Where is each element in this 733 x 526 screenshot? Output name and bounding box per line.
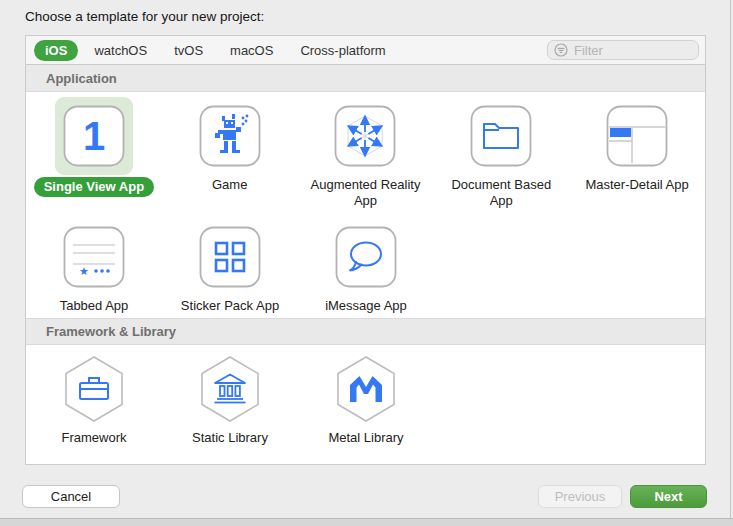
section-header-application: Application	[26, 65, 705, 92]
next-button[interactable]: Next	[630, 485, 707, 508]
filter-field[interactable]	[547, 40, 699, 60]
template-chooser: Application 1 Single View App	[25, 64, 706, 465]
template-game[interactable]: Game	[162, 97, 298, 213]
section-header-framework-library: Framework & Library	[26, 318, 705, 345]
template-single-view-app[interactable]: 1 Single View App	[26, 97, 162, 213]
sticker-pack-icon	[191, 218, 269, 296]
cancel-button[interactable]: Cancel	[22, 485, 120, 508]
tabbed-app-icon: ★	[55, 218, 133, 296]
template-label: Master-Detail App	[585, 177, 688, 193]
template-master-detail-app[interactable]: Master-Detail App	[569, 97, 705, 213]
template-sticker-pack-app[interactable]: Sticker Pack App	[162, 218, 298, 318]
template-label: Game	[212, 177, 247, 193]
template-label: Sticker Pack App	[181, 298, 279, 314]
template-label: Static Library	[192, 430, 268, 446]
platform-tabbar: iOS watchOS tvOS macOS Cross-platform	[25, 35, 706, 65]
template-framework[interactable]: Framework	[26, 350, 162, 446]
page-title: Choose a template for your new project:	[25, 9, 264, 24]
framework-library-row: Framework Static Library	[26, 345, 705, 446]
window-edge-right	[730, 0, 731, 519]
tab-ios[interactable]: iOS	[34, 40, 78, 61]
template-augmented-reality-app[interactable]: Augmented Reality App	[298, 97, 434, 213]
augmented-reality-icon	[326, 97, 404, 175]
template-label: Single View App	[34, 177, 154, 197]
template-imessage-app[interactable]: iMessage App	[298, 218, 434, 318]
template-metal-library[interactable]: Metal Library	[298, 350, 434, 446]
window-edge-bottom	[0, 518, 733, 526]
metal-library-icon	[327, 350, 405, 428]
filter-icon	[554, 43, 568, 57]
framework-icon	[55, 350, 133, 428]
single-view-app-icon: 1	[55, 97, 133, 175]
document-based-icon	[462, 97, 540, 175]
template-label: Tabbed App	[60, 298, 129, 314]
tab-tvos[interactable]: tvOS	[163, 40, 214, 61]
tab-cross-platform[interactable]: Cross-platform	[289, 40, 396, 61]
template-label: iMessage App	[325, 298, 407, 314]
game-icon	[191, 97, 269, 175]
filter-input[interactable]	[572, 42, 692, 59]
template-label: Framework	[61, 430, 126, 446]
tab-watchos[interactable]: watchOS	[83, 40, 158, 61]
svg-text:1: 1	[83, 114, 105, 158]
template-label: Document Based App	[442, 177, 560, 210]
static-library-icon	[191, 350, 269, 428]
svg-text:★: ★	[79, 265, 89, 278]
template-document-based-app[interactable]: Document Based App	[433, 97, 569, 213]
template-static-library[interactable]: Static Library	[162, 350, 298, 446]
imessage-app-icon	[327, 218, 405, 296]
previous-button[interactable]: Previous	[538, 485, 622, 508]
template-tabbed-app[interactable]: ★ Tabbed App	[26, 218, 162, 318]
template-label: Metal Library	[328, 430, 403, 446]
master-detail-icon	[598, 97, 676, 175]
application-row-1: 1 Single View App	[26, 92, 705, 213]
tab-macos[interactable]: macOS	[219, 40, 284, 61]
template-label: Augmented Reality App	[306, 177, 424, 210]
application-row-2: ★ Tabbed App Sticker Pack App	[26, 213, 705, 318]
